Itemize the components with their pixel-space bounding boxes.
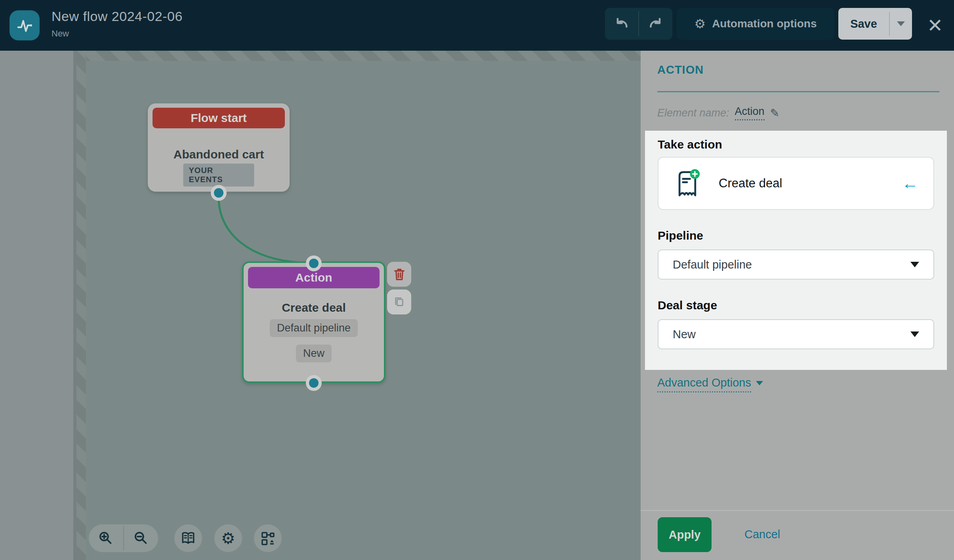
panel-heading-rule xyxy=(657,91,939,92)
selected-action-label: Create deal xyxy=(719,176,782,190)
flow-start-node-badge: YOUR EVENTS xyxy=(183,164,254,187)
pipeline-field-label: Pipeline xyxy=(658,229,703,242)
caret-down-icon xyxy=(756,381,763,385)
top-header-bar: New flow 2024-02-06 New ⚙ Automation opt… xyxy=(0,0,954,51)
flow-start-node[interactable]: Flow start Abandoned cart YOUR EVENTS xyxy=(148,103,290,192)
caret-down-icon xyxy=(897,21,905,26)
guide-button[interactable] xyxy=(174,524,202,552)
advanced-options-toggle[interactable]: Advanced Options xyxy=(657,376,763,392)
zoom-out-button[interactable] xyxy=(124,524,158,552)
canvas-left-border-hatch xyxy=(76,51,86,560)
flowchart-icon xyxy=(260,530,276,546)
flow-start-node-header: Flow start xyxy=(153,108,285,128)
gear-icon: ⚙ xyxy=(221,530,235,546)
connector-dot xyxy=(214,188,223,198)
edit-pencil-icon[interactable]: ✎ xyxy=(770,107,779,120)
automation-options-button[interactable]: ⚙ Automation options xyxy=(677,8,834,40)
undo-redo-group xyxy=(605,8,672,40)
delete-node-button[interactable] xyxy=(387,262,411,287)
zoom-out-icon xyxy=(133,530,149,546)
create-deal-icon xyxy=(674,168,701,198)
connector-dot xyxy=(309,378,319,388)
deal-stage-select[interactable]: New xyxy=(658,319,934,349)
trash-icon xyxy=(392,267,406,282)
redo-icon xyxy=(648,16,664,32)
take-action-sheet: Take action Create deal ← Pipeline Defau… xyxy=(645,131,947,370)
connector-dot xyxy=(309,259,319,268)
auto-layout-button[interactable] xyxy=(254,524,282,552)
element-name-row: Element name: Action ✎ xyxy=(657,105,779,120)
action-node-stage-chip: New xyxy=(296,345,332,362)
action-input-connector[interactable] xyxy=(306,255,322,271)
take-action-title: Take action xyxy=(658,138,722,151)
gear-icon: ⚙ xyxy=(694,17,706,30)
flow-title: New flow 2024-02-06 xyxy=(52,9,183,24)
caret-down-icon xyxy=(910,262,919,267)
pipeline-select[interactable]: Default pipeline xyxy=(658,250,934,280)
element-name-value[interactable]: Action xyxy=(735,105,765,120)
flow-status: New xyxy=(52,29,69,39)
selected-action-card[interactable]: Create deal ← xyxy=(658,157,934,210)
apply-button[interactable]: Apply xyxy=(658,517,712,552)
panel-heading: ACTION xyxy=(657,63,704,76)
redo-button[interactable] xyxy=(639,8,672,40)
canvas-top-border-hatch xyxy=(76,51,641,61)
change-action-back-arrow-icon[interactable]: ← xyxy=(902,175,918,192)
canvas-settings-button[interactable]: ⚙ xyxy=(214,524,242,552)
pulse-logo-icon xyxy=(14,15,35,36)
pipeline-select-value: Default pipeline xyxy=(673,258,752,271)
panel-footer-divider xyxy=(641,510,954,511)
automation-options-label: Automation options xyxy=(712,17,817,30)
action-settings-panel: ACTION Element name: Action ✎ Take actio… xyxy=(641,51,954,560)
save-split-button: Save xyxy=(838,8,912,40)
zoom-in-icon xyxy=(98,530,114,546)
caret-down-icon xyxy=(910,331,919,337)
zoom-in-button[interactable] xyxy=(89,524,123,552)
book-icon xyxy=(180,530,197,546)
undo-icon xyxy=(614,16,630,32)
action-node-pipeline-chip: Default pipeline xyxy=(270,319,358,337)
deal-stage-select-value: New xyxy=(673,328,696,341)
advanced-options-label: Advanced Options xyxy=(657,376,751,392)
save-dropdown-button[interactable] xyxy=(890,8,912,40)
action-node-title: Create deal xyxy=(244,301,384,314)
cancel-link[interactable]: Cancel xyxy=(744,528,780,541)
zoom-toolbar xyxy=(89,524,158,552)
element-name-label: Element name: xyxy=(657,107,729,119)
elements-sidebar xyxy=(0,51,73,560)
close-editor-button[interactable]: ✕ xyxy=(924,14,946,36)
flow-start-node-title: Abandoned cart xyxy=(148,148,290,161)
deal-stage-field-label: Deal stage xyxy=(658,299,717,312)
duplicate-node-button[interactable] xyxy=(387,290,411,314)
sidebar-scrollbar[interactable] xyxy=(73,51,76,560)
copy-icon xyxy=(393,295,406,309)
flow-start-output-connector[interactable] xyxy=(211,185,227,201)
action-node[interactable]: Action Create deal Default pipeline New xyxy=(242,261,385,383)
undo-button[interactable] xyxy=(605,8,638,40)
app-logo[interactable] xyxy=(10,10,40,40)
save-button[interactable]: Save xyxy=(838,8,889,40)
action-output-connector[interactable] xyxy=(306,375,322,391)
